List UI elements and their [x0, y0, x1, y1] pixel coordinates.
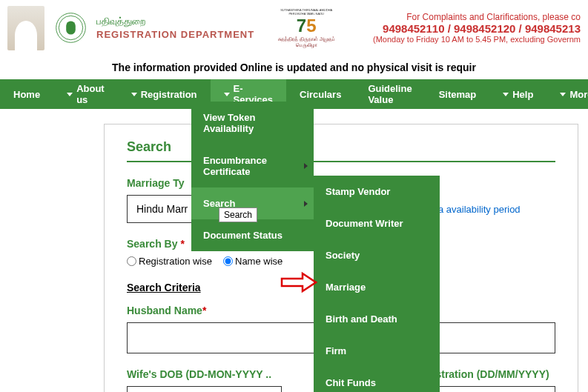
chevron-down-icon [131, 93, 137, 96]
nav-more[interactable]: More [546, 79, 588, 109]
nav-guideline[interactable]: Guideline Value [354, 79, 425, 109]
annotation-red-arrow-icon [280, 271, 317, 293]
radio-name-wise[interactable]: Name wise [223, 256, 283, 267]
dept-name-tamil: பதிவுத்துறை [96, 16, 254, 27]
complaints-info: For Complaints and Clarifications, pleas… [373, 12, 581, 44]
chevron-down-icon [560, 93, 566, 96]
independence-75-emblem: SUTHANTHIRA THIRUNAAL AMUDHA PERUVIZHA T… [277, 8, 336, 48]
wife-dob-input[interactable] [127, 386, 282, 392]
chevron-right-icon [304, 163, 308, 169]
search-tooltip: Search [219, 207, 257, 222]
dept-title-block: பதிவுத்துறை REGISTRATION DEPARTMENT [96, 16, 254, 40]
svg-rect-2 [66, 21, 76, 35]
wife-dob-col: Wife's DOB (DD-MON-YYYY .. [127, 368, 282, 392]
menu-doc-status[interactable]: Document Status [191, 219, 314, 251]
govt-emblem [52, 10, 89, 47]
radio-registration-wise[interactable]: Registration wise [127, 256, 212, 267]
wife-dob-label: Wife's DOB (DD-MON-YYYY .. [127, 368, 282, 380]
nav-help[interactable]: Help [489, 79, 546, 109]
page-header: பதிவுத்துறை REGISTRATION DEPARTMENT SUTH… [0, 0, 588, 56]
info-marquee: The information provided Online is updat… [0, 56, 588, 79]
submenu-birth-death[interactable]: Birth and Death [314, 303, 440, 335]
submenu-firm[interactable]: Firm [314, 335, 440, 367]
complaints-hours: (Monday to Friday 10 AM to 5.45 PM, excl… [373, 35, 581, 44]
submenu-document-writer[interactable]: Document Writer [314, 207, 440, 239]
nav-sitemap[interactable]: Sitemap [426, 79, 490, 109]
nav-home[interactable]: Home [0, 79, 53, 109]
eservices-dropdown: View Token Availability Encumbrance Cert… [191, 102, 314, 251]
nav-about[interactable]: About us [53, 79, 118, 109]
menu-view-token[interactable]: View Token Availability [191, 102, 314, 144]
menu-encumbrance-cert[interactable]: Encumbrance Certificate [191, 144, 314, 187]
dept-name-english: REGISTRATION DEPARTMENT [96, 29, 254, 40]
chevron-down-icon [224, 93, 230, 96]
submenu-chit-funds[interactable]: Chit Funds [314, 367, 440, 392]
chevron-right-icon [304, 201, 308, 207]
complaints-label: For Complaints and Clarifications, pleas… [373, 12, 581, 22]
submenu-society[interactable]: Society [314, 239, 440, 271]
header-photo [7, 6, 44, 50]
submenu-marriage[interactable]: Marriage [314, 271, 440, 303]
chevron-down-icon [503, 93, 509, 96]
complaints-phones: 9498452110 / 9498452120 / 949845213 [373, 22, 581, 35]
chevron-down-icon [67, 93, 73, 96]
search-submenu: Stamp Vendor Document Writer Society Mar… [314, 176, 440, 392]
submenu-stamp-vendor[interactable]: Stamp Vendor [314, 176, 440, 207]
